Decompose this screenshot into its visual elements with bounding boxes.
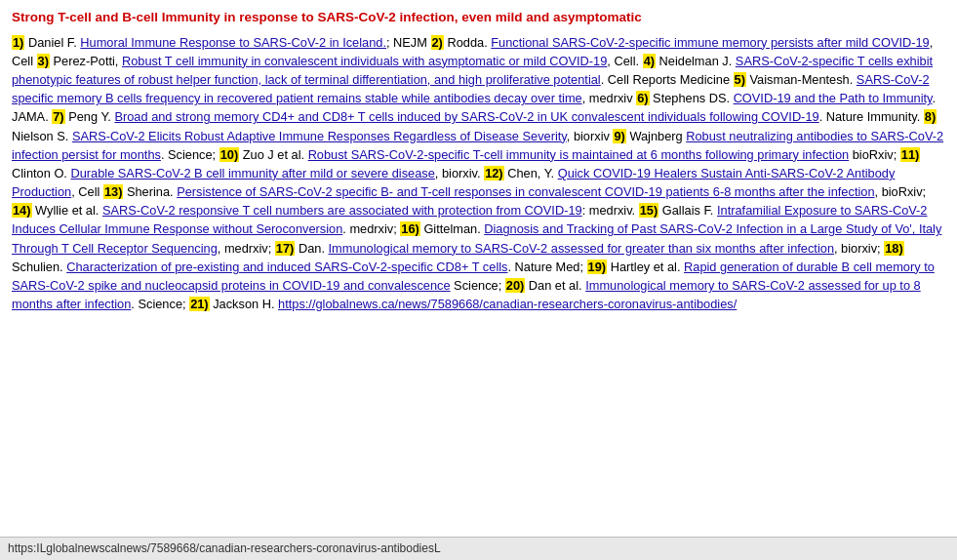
ref-author-6: Stephens DS. <box>653 91 730 105</box>
page-title: Strong T-cell and B-cell Immunity in res… <box>12 8 945 27</box>
ref-author-16: Gittelman. <box>423 221 480 236</box>
ref-author-8: Nielson S. <box>12 129 68 143</box>
ref-num-20: 20) <box>505 278 526 293</box>
ref-after-20: . Science; <box>131 297 185 311</box>
ref-link-14[interactable]: SARS-CoV-2 responsive T cell numbers are… <box>102 203 582 218</box>
references-content: 1) Daniel F. Humoral Immune Response to … <box>12 33 945 314</box>
ref-num-6: 6) <box>636 91 649 105</box>
ref-after-9: . Science; <box>161 147 216 162</box>
ref-author-15: Gallais F. <box>662 203 714 218</box>
ref-num-13: 13) <box>103 184 124 199</box>
page-container: Strong T-cell and B-cell Immunity in res… <box>12 8 945 313</box>
ref-after-13: , bioRxiv; <box>875 184 927 199</box>
ref-num-4: 4) <box>643 54 656 68</box>
ref-num-9: 9) <box>613 129 625 143</box>
ref-author-4: Neidelman J. <box>659 54 733 68</box>
ref-after-8: , biorxiv <box>567 129 610 143</box>
ref-after-3: , Cell. <box>607 54 639 68</box>
ref-author-1: Daniel F. <box>28 35 77 50</box>
ref-num-10: 10) <box>219 147 240 162</box>
ref-link-1[interactable]: Humoral Immune Response to SARS-CoV-2 in… <box>80 35 386 50</box>
ref-num-12: 12) <box>484 166 504 180</box>
ref-after-14: : medrxiv. <box>582 203 636 218</box>
ref-author-17: Dan. <box>299 241 325 256</box>
ref-author-12: Chen, Y. <box>507 166 554 180</box>
ref-after-16: , medrxiv; <box>218 241 271 256</box>
ref-author-10: Zuo J et al. <box>243 147 304 162</box>
ref-link-17[interactable]: Immunological memory to SARS-CoV-2 asses… <box>329 241 835 256</box>
ref-num-2: 2) <box>431 35 444 50</box>
ref-after-18: . Nature Med; <box>507 260 583 274</box>
ref-num-7: 7) <box>52 109 64 124</box>
ref-after-12: , Cell <box>71 184 100 199</box>
ref-num-19: 19) <box>587 260 608 274</box>
status-bar: https:ILglobalnewscalnews/7589668/canadi… <box>0 537 957 560</box>
ref-link-2[interactable]: Functional SARS-CoV-2-specific immune me… <box>491 35 929 50</box>
ref-link-13[interactable]: Persistence of SARS-CoV-2 specific B- an… <box>177 184 874 199</box>
ref-after-10: bioRxiv; <box>849 147 897 162</box>
ref-num-8: 8) <box>924 109 937 124</box>
ref-after-11: , biorxiv. <box>435 166 481 180</box>
ref-after-7: . Nature Immunity. <box>819 109 921 124</box>
ref-num-3: 3) <box>37 54 50 68</box>
ref-link-6[interactable]: COVID-19 and the Path to Immunity <box>734 91 933 105</box>
ref-link-10[interactable]: Robust SARS-CoV-2-specific T-cell immuni… <box>308 147 850 162</box>
status-url: https:ILglobalnewscalnews/7589668/canadi… <box>8 541 441 555</box>
ref-after-17: , biorxiv; <box>834 241 881 256</box>
ref-author-21: Jackson H. <box>213 297 274 311</box>
ref-author-14: Wyllie et al. <box>35 203 99 218</box>
ref-author-18: Schulien. <box>12 260 63 274</box>
ref-num-18: 18) <box>884 241 904 256</box>
ref-link-11[interactable]: Durable SARS-CoV-2 B cell immunity after… <box>70 166 434 180</box>
ref-author-13: Sherina. <box>127 184 174 199</box>
ref-num-16: 16) <box>400 221 420 236</box>
ref-num-15: 15) <box>639 203 659 218</box>
ref-after-1: ; NEJM <box>386 35 427 50</box>
ref-num-11: 11) <box>900 147 921 162</box>
ref-author-7: Peng Y. <box>68 109 111 124</box>
ref-num-17: 17) <box>275 241 296 256</box>
ref-link-7[interactable]: Broad and strong memory CD4+ and CD8+ T … <box>114 109 818 124</box>
ref-link-18[interactable]: Characterization of pre-existing and ind… <box>66 260 507 274</box>
ref-num-14: 14) <box>12 203 32 218</box>
ref-author-5: Vaisman-Mentesh. <box>750 72 854 87</box>
ref-author-20: Dan et al. <box>529 278 582 293</box>
ref-author-3: Perez-Potti, <box>54 54 119 68</box>
ref-after-19: Science; <box>451 278 502 293</box>
ref-after-15: . medrxiv; <box>342 221 396 236</box>
ref-author-9: Wajnberg <box>629 129 682 143</box>
ref-link-3[interactable]: Robust T cell immunity in convalescent i… <box>122 54 607 68</box>
ref-author-11: Clinton O. <box>12 166 67 180</box>
ref-after-4: . Cell Reports Medicine <box>601 72 730 87</box>
ref-after-5: , medrxiv <box>582 91 633 105</box>
ref-num-21: 21) <box>189 297 210 311</box>
ref-num-1: 1) <box>12 35 24 50</box>
ref-author-2: Rodda. <box>447 35 487 50</box>
ref-link-8[interactable]: SARS-CoV-2 Elicits Robust Adaptive Immun… <box>72 129 567 143</box>
ref-author-19: Hartley et al. <box>611 260 681 274</box>
ref-link-21[interactable]: https://globalnews.ca/news/7589668/canad… <box>278 297 737 311</box>
ref-num-5: 5) <box>734 72 746 87</box>
